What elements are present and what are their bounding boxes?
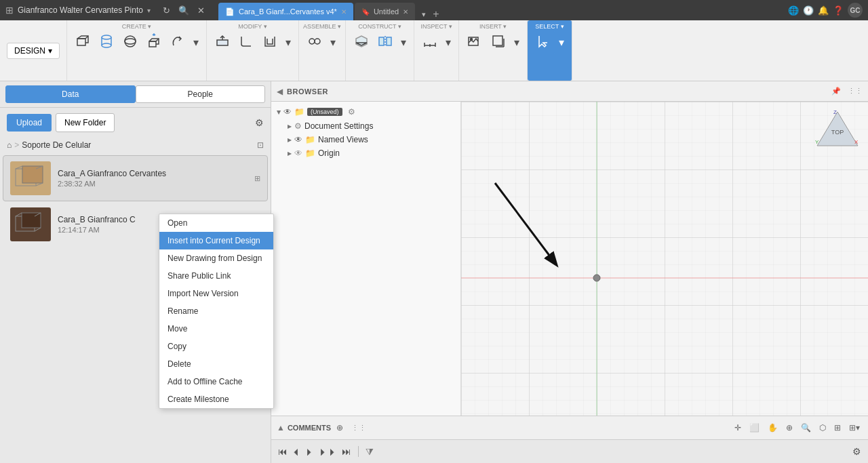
tree-unsaved-item[interactable]: ▶ 👁 📁 (Unsaved) ⚙ <box>271 104 460 119</box>
browser-tree: ▶ 👁 📁 (Unsaved) ⚙ ▶ ⚙ Document Settings … <box>271 102 461 416</box>
insert-canvas-icon <box>490 33 507 52</box>
playback-settings-button[interactable]: ⚙ <box>852 446 861 457</box>
tree-unsaved-settings-icon[interactable]: ⚙ <box>348 107 355 117</box>
file-item-cara-a[interactable]: Cara_A Gianfranco Cervantes 2:38:32 AM ⊞ <box>3 155 268 201</box>
tree-named-views-eye[interactable]: 👁 <box>294 135 302 144</box>
refresh-button[interactable]: ↻ <box>160 4 173 17</box>
create-sphere-button[interactable] <box>119 31 142 54</box>
tab-untitled-close[interactable]: ✕ <box>403 8 408 16</box>
context-menu-move[interactable]: Move <box>159 320 273 338</box>
add-tab-button[interactable]: + <box>430 8 441 20</box>
viewport-zoom-button[interactable]: 🔍 <box>798 422 814 434</box>
create-revolve-button[interactable] <box>166 31 189 54</box>
breadcrumb-options-icon[interactable]: ⊡ <box>257 140 264 150</box>
create-more-button[interactable]: ▾ <box>190 34 202 51</box>
inspect-more-button[interactable]: ▾ <box>442 34 454 51</box>
viewport-fit-button[interactable]: ⬜ <box>747 422 762 434</box>
modify-shell-button[interactable] <box>258 31 281 54</box>
insert-img-icon <box>467 33 483 52</box>
context-menu-insert-current[interactable]: Insert into Current Design <box>159 232 273 249</box>
tree-origin[interactable]: ▶ 👁 📁 Origin <box>271 146 460 160</box>
modify-press-pull-button[interactable] <box>211 31 234 54</box>
viewport-grid-button[interactable]: ⊞ <box>831 422 844 434</box>
tab-untitled[interactable]: 🔖 Untitled ✕ <box>355 3 415 20</box>
playback-prev-button[interactable]: ⏴ <box>292 446 301 457</box>
viewport-move-button[interactable]: ✛ <box>732 422 744 434</box>
tab-cara-b-close[interactable]: ✕ <box>341 8 347 16</box>
breadcrumb-home-icon[interactable]: ⌂ <box>7 140 12 150</box>
select-more-button[interactable]: ▾ <box>555 34 568 51</box>
question-icon[interactable]: ❓ <box>833 5 844 16</box>
inspect-measure-button[interactable] <box>418 31 441 54</box>
construct-more-button[interactable]: ▾ <box>397 34 410 51</box>
settings-button[interactable]: ⚙ <box>255 117 264 128</box>
globe-icon[interactable]: 🌐 <box>788 5 799 16</box>
search-button[interactable]: 🔍 <box>176 4 192 17</box>
context-menu-rename[interactable]: Rename <box>159 302 273 320</box>
svg-text:Z: Z <box>833 109 837 115</box>
data-tab-button[interactable]: Data <box>5 85 136 103</box>
design-dropdown-button[interactable]: DESIGN ▾ <box>7 43 60 59</box>
insert-img-button[interactable] <box>463 31 486 54</box>
tree-named-views[interactable]: ▶ 👁 📁 Named Views <box>271 133 460 146</box>
assemble-more-button[interactable]: ▾ <box>327 34 339 51</box>
insert-more-button[interactable]: ▾ <box>511 34 523 51</box>
cad-viewport[interactable]: TOP X Y Z <box>461 102 868 416</box>
comments-add-button[interactable]: ⊕ <box>334 422 346 434</box>
toolbar: DESIGN ▾ CREATE ▾ <box>0 20 868 81</box>
construct-midplane-button[interactable] <box>374 31 397 54</box>
context-menu-milestone[interactable]: Create Milestone <box>159 390 273 408</box>
browser-drag-handle[interactable]: ⋮⋮ <box>848 87 863 96</box>
bell-icon[interactable]: 🔔 <box>818 5 829 16</box>
press-pull-icon <box>214 33 231 52</box>
context-menu-delete[interactable]: Delete <box>159 355 273 373</box>
playback-fast-forward-button[interactable]: ⏵⏵ <box>319 446 338 457</box>
tab-cara-b[interactable]: 📄 Cara_B Gianf...Cervantes v4* ✕ <box>218 3 353 20</box>
svg-line-35 <box>36 183 43 186</box>
viewport-more-button[interactable]: ⊞▾ <box>846 422 863 434</box>
user-avatar[interactable]: GC <box>848 3 863 18</box>
tree-unsaved-arrow[interactable]: ▶ <box>276 110 282 114</box>
modify-fillet-button[interactable] <box>235 31 258 54</box>
playback-play-button[interactable]: ⏵ <box>305 446 315 457</box>
joint-icon <box>307 33 323 52</box>
context-menu-offline[interactable]: Add to Offline Cache <box>159 373 273 390</box>
tree-doc-settings[interactable]: ▶ ⚙ Document Settings <box>271 119 460 133</box>
insert-canvas-button[interactable] <box>487 31 510 54</box>
close-button[interactable]: ✕ <box>195 4 208 17</box>
viewport-orbit-button[interactable]: ✋ <box>765 422 781 434</box>
playback-end-button[interactable]: ⏭ <box>342 446 351 457</box>
context-menu-import-version[interactable]: Import New Version <box>159 285 273 302</box>
context-menu-copy[interactable]: Copy <box>159 338 273 355</box>
svg-point-16 <box>315 39 320 44</box>
comments-expand-button[interactable]: ▲ <box>277 423 285 432</box>
people-tab-button[interactable]: People <box>136 85 266 103</box>
user-chevron-icon[interactable]: ▾ <box>147 7 151 14</box>
playback-filter-icon[interactable]: ⧩ <box>366 446 374 458</box>
create-extrude-button[interactable] <box>142 31 165 54</box>
assemble-joint-button[interactable] <box>303 31 326 54</box>
upload-button[interactable]: Upload <box>7 114 52 132</box>
playback-bar: ⏮ ⏴ ⏵ ⏵⏵ ⏭ ⧩ ⚙ <box>271 439 868 463</box>
svg-text:X: X <box>854 139 859 145</box>
comments-drag-icon[interactable]: ⋮⋮ <box>351 424 366 432</box>
create-cylinder-button[interactable] <box>95 31 118 54</box>
tree-unsaved-eye[interactable]: 👁 <box>283 107 292 117</box>
context-menu-share-link[interactable]: Share Public Link <box>159 267 273 285</box>
construct-offset-plane-button[interactable] <box>350 31 373 54</box>
new-folder-button[interactable]: New Folder <box>56 113 115 132</box>
viewport-display-button[interactable]: ⬡ <box>816 422 829 434</box>
select-button[interactable] <box>532 31 555 54</box>
viewport-zoom-region-button[interactable]: ⊕ <box>783 422 795 434</box>
browser-collapse-button[interactable]: ◀ <box>277 87 283 96</box>
playback-start-button[interactable]: ⏮ <box>278 446 288 457</box>
tab-overflow-button[interactable]: ▾ <box>419 9 429 20</box>
design-chevron-icon: ▾ <box>48 46 52 56</box>
context-menu-new-drawing[interactable]: New Drawing from Design <box>159 249 273 267</box>
context-menu-open[interactable]: Open <box>159 214 273 232</box>
tree-origin-eye[interactable]: 👁 <box>294 148 302 158</box>
modify-more-button[interactable]: ▾ <box>282 34 294 51</box>
create-box-button[interactable] <box>71 31 94 54</box>
clock-icon[interactable]: 🕐 <box>803 5 814 16</box>
browser-pin-button[interactable]: 📌 <box>831 87 841 96</box>
